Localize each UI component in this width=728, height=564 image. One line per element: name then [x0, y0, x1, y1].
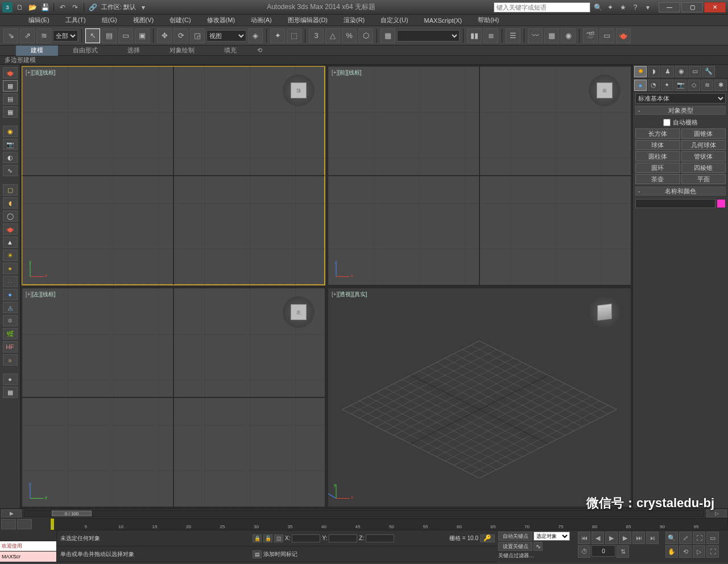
teapot-button[interactable]: 茶壶	[635, 174, 680, 184]
menu-tools[interactable]: 工具(T)	[57, 15, 94, 26]
menu-modifiers[interactable]: 修改器(M)	[199, 15, 243, 26]
snap-toggle-icon[interactable]: 3	[309, 28, 324, 43]
save-icon[interactable]: 💾	[40, 2, 50, 13]
sphere2-prim-icon[interactable]: ◯	[3, 210, 18, 222]
minimize-button[interactable]: —	[659, 2, 680, 13]
key-lock-icon[interactable]: 🔑	[480, 534, 495, 542]
angle-snap-icon[interactable]: △	[325, 28, 340, 43]
goto-end-icon[interactable]: ⏭	[632, 532, 645, 544]
named-sel-select[interactable]	[397, 30, 460, 42]
geometry-cat-icon[interactable]: ●	[634, 80, 647, 91]
menu-customize[interactable]: 自定义(U)	[373, 15, 416, 26]
workspace-label[interactable]: 工作区: 默认	[101, 3, 136, 11]
spacewarps-cat-icon[interactable]: ≋	[701, 80, 714, 91]
search-icon[interactable]: 🔍	[593, 2, 603, 13]
box-button[interactable]: 长方体	[635, 128, 680, 139]
cameras-cat-icon[interactable]: 📷	[675, 80, 687, 91]
cube-preset-icon[interactable]: ▦	[3, 80, 18, 92]
link-icon[interactable]: 🔗	[88, 2, 98, 13]
pyramid-button[interactable]: 四棱锥	[681, 163, 726, 173]
rollout-object-type[interactable]: -对象类型	[635, 106, 726, 115]
x-input[interactable]	[292, 534, 320, 542]
sphere-gray-icon[interactable]: ●	[3, 374, 18, 385]
cone-prim-icon[interactable]: ▲	[3, 237, 18, 248]
menu-grapheditors[interactable]: 图形编辑器(D)	[280, 15, 336, 26]
maximize-vp-icon[interactable]: ⛶	[706, 545, 719, 558]
bind-icon[interactable]: ≋	[36, 28, 51, 43]
light-icon[interactable]: ◉	[3, 126, 18, 137]
select-object-icon[interactable]: ↖	[85, 28, 100, 43]
timeconfig-icon[interactable]: ⏱	[578, 545, 590, 558]
rollout-name-color[interactable]: -名称和颜色	[635, 186, 726, 196]
helper-icon[interactable]: ◐	[3, 152, 18, 163]
cone-button[interactable]: 圆锥体	[681, 128, 726, 139]
viewport-front[interactable]: [+][前][线框] 前 xz	[328, 66, 631, 285]
keyfilter-button[interactable]: 关键点过滤器…	[498, 552, 534, 561]
helpers-cat-icon[interactable]: ◇	[688, 80, 700, 91]
viewport-left[interactable]: [+][左][线框] 左 yz	[22, 288, 325, 507]
percent-snap-icon[interactable]: %	[342, 28, 357, 43]
new-icon[interactable]: 🗋	[15, 2, 25, 13]
display-tab-icon[interactable]: ▭	[689, 66, 701, 77]
play-icon[interactable]: ▶	[605, 532, 618, 544]
viewcube-persp[interactable]	[589, 296, 621, 328]
spacewarps-icon[interactable]: ∿	[3, 165, 18, 176]
key-step-icon[interactable]: ⏯	[646, 532, 659, 544]
grid-icon[interactable]: ▦	[3, 106, 18, 118]
render-frame-icon[interactable]: ▭	[599, 28, 614, 43]
scale-icon[interactable]: ◲	[190, 28, 205, 43]
zoom-region-icon[interactable]: ▭	[706, 532, 719, 544]
sel-lock2-icon[interactable]: 🔓	[263, 534, 272, 542]
unlink-icon[interactable]: ⇗	[20, 28, 35, 43]
named-sel-icon[interactable]: ▦	[380, 28, 395, 43]
lights-cat-icon[interactable]: ✦	[661, 80, 673, 91]
viewcube-front[interactable]: 前	[589, 74, 621, 106]
menu-maxscript[interactable]: MAXScript(X)	[416, 15, 470, 26]
tube-icon[interactable]: ◬	[3, 302, 18, 313]
shapes-cat-icon[interactable]: ◔	[648, 80, 660, 91]
timeslider-scroll[interactable]: 0 / 100	[24, 510, 704, 517]
teapot-icon[interactable]: 🫖	[3, 67, 18, 78]
color-swatch[interactable]	[717, 199, 726, 208]
gear-prim-icon[interactable]: ✲	[3, 315, 18, 326]
gold-prim-icon[interactable]: ●	[3, 263, 18, 274]
tab-objectpaint[interactable]: 对象绘制	[155, 45, 209, 56]
workspace-dropdown-icon[interactable]: ▾	[138, 2, 148, 13]
pivot-icon[interactable]: ◈	[248, 28, 263, 43]
menu-render[interactable]: 渲染(R)	[336, 15, 373, 26]
pan-icon[interactable]: ✋	[665, 545, 678, 558]
sel-lock-icon[interactable]: 🔒	[253, 534, 262, 542]
mirror-icon[interactable]: ▮▮	[467, 28, 482, 43]
create-tab-icon[interactable]: ✹	[634, 66, 647, 77]
redo-icon[interactable]: ↷	[70, 2, 80, 13]
rotate-icon[interactable]: ⟳	[173, 28, 188, 43]
curve-editor-icon[interactable]: 〰	[528, 28, 543, 43]
tab-modeling[interactable]: 建模	[16, 45, 58, 56]
select-name-icon[interactable]: ▤	[102, 28, 117, 43]
help-icon[interactable]: ?	[630, 2, 640, 13]
manipulate-icon[interactable]: ✦	[270, 28, 285, 43]
menu-group[interactable]: 组(G)	[94, 15, 125, 26]
selsel-select[interactable]: 选定对象	[533, 532, 570, 541]
timeslider-end-icon[interactable]: ▷	[706, 509, 727, 517]
timeslider-thumb[interactable]: 0 / 100	[52, 511, 92, 516]
move-icon[interactable]: ✥	[157, 28, 172, 43]
frame-input[interactable]	[592, 545, 615, 557]
tab-toggle-icon[interactable]: ⟲	[251, 45, 268, 56]
viewcube-left[interactable]: 左	[283, 296, 315, 328]
geosphere-button[interactable]: 几何球体	[681, 140, 726, 150]
menu-views[interactable]: 视图(V)	[125, 15, 162, 26]
list-icon[interactable]: ▤	[3, 93, 18, 105]
zoom-all-icon[interactable]: ⤢	[679, 532, 692, 544]
frame-spinner-icon[interactable]: ⇅	[617, 545, 629, 558]
layers-icon[interactable]: ☰	[506, 28, 520, 43]
box-prim-icon[interactable]: ▢	[3, 184, 18, 196]
z-input[interactable]	[366, 534, 394, 542]
tab-selection[interactable]: 选择	[113, 45, 155, 56]
primitive-type-select[interactable]: 标准基本体	[635, 93, 726, 103]
goto-start-icon[interactable]: ⏮	[578, 532, 590, 544]
viewcube-top[interactable]: 顶	[283, 74, 315, 106]
align-icon[interactable]: ≣	[483, 28, 498, 43]
open-icon[interactable]: 📂	[27, 2, 38, 13]
teapot2-prim-icon[interactable]: 🫖	[3, 223, 18, 235]
